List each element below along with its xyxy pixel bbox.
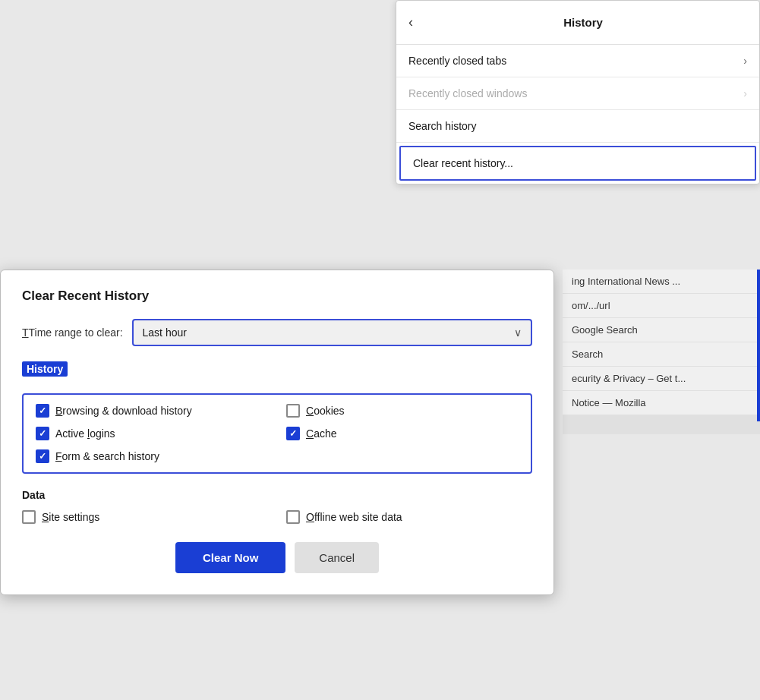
recently-closed-tabs-item[interactable]: Recently closed tabs ›	[396, 45, 759, 77]
history-entry-4: Search	[563, 342, 760, 367]
cookies-checkbox-item: Cookies	[286, 404, 519, 418]
browsing-history-checkbox-item: ✓ Browsing & download history	[36, 404, 268, 418]
clear-history-dialog: Clear Recent History TTime range to clea…	[0, 270, 554, 595]
browsing-history-label: Browsing & download history	[55, 405, 192, 417]
offline-web-checkbox-item: Offline web site data	[286, 510, 532, 524]
form-search-checkbox[interactable]: ✓	[36, 449, 49, 463]
history-panel-title: History	[419, 16, 747, 29]
active-logins-checkbox-item: ✓ Active logins	[36, 427, 268, 440]
checkbox-row-3: ✓ Form & search history	[36, 449, 519, 463]
clear-recent-history-item[interactable]: Clear recent history...	[399, 146, 756, 181]
data-checkboxes-row: Site settings Offline web site data	[22, 510, 532, 524]
history-entry-6: Notice — Mozilla	[563, 391, 760, 415]
cache-checkbox-item: ✓ Cache	[286, 427, 519, 440]
chevron-right-icon-disabled: ›	[743, 87, 747, 99]
search-history-item[interactable]: Search history	[396, 110, 759, 143]
browser-history-list: ing International News ... om/.../url Go…	[563, 270, 760, 434]
history-section-header: History	[22, 361, 68, 377]
dialog-buttons: Clear Now Cancel	[22, 542, 532, 573]
clear-recent-history-label: Clear recent history...	[413, 157, 513, 169]
history-panel: ‹ History Recently closed tabs › Recentl…	[396, 0, 760, 184]
recently-closed-windows-item: Recently closed windows ›	[396, 77, 759, 110]
browsing-history-checkbox[interactable]: ✓	[36, 404, 49, 418]
history-back-button[interactable]: ‹	[408, 11, 419, 33]
history-checkboxes-group: ✓ Browsing & download history Cookies ✓	[22, 393, 532, 474]
cookies-label: Cookies	[306, 405, 345, 417]
chevron-right-icon: ›	[743, 55, 747, 67]
history-entry-last	[563, 415, 760, 434]
dialog-title: Clear Recent History	[22, 289, 532, 304]
scrollbar-indicator	[757, 270, 760, 421]
checkbox-row-2: ✓ Active logins ✓ Cache	[36, 427, 519, 440]
check-icon-active: ✓	[39, 429, 46, 438]
history-entry-5: ecurity & Privacy – Get t...	[563, 367, 760, 391]
time-range-value: Last hour	[143, 326, 187, 339]
check-icon-form: ✓	[39, 452, 46, 461]
offline-web-label: Offline web site data	[306, 511, 402, 523]
recently-closed-windows-label: Recently closed windows	[408, 87, 743, 99]
site-settings-checkbox-item: Site settings	[22, 510, 268, 524]
time-range-select[interactable]: Last hour ∨	[132, 319, 532, 346]
checkbox-row-1: ✓ Browsing & download history Cookies	[36, 404, 519, 418]
history-header: ‹ History	[396, 1, 759, 45]
form-search-label: Form & search history	[55, 450, 159, 462]
time-range-label: TTime range to clear:	[22, 326, 123, 339]
cookies-checkbox[interactable]	[286, 404, 300, 418]
active-logins-label: Active logins	[55, 427, 115, 440]
time-range-row: TTime range to clear: Last hour ∨	[22, 319, 532, 346]
site-settings-checkbox[interactable]	[22, 510, 36, 524]
history-entry-1: ing International News ...	[563, 270, 760, 294]
form-search-checkbox-item: ✓ Form & search history	[36, 449, 519, 463]
cache-label: Cache	[306, 427, 336, 440]
data-section-header: Data	[22, 489, 532, 501]
cache-checkbox[interactable]: ✓	[286, 427, 300, 440]
check-icon: ✓	[39, 406, 46, 415]
search-history-label: Search history	[408, 120, 476, 132]
recently-closed-tabs-label: Recently closed tabs	[408, 55, 743, 67]
chevron-down-icon: ∨	[514, 326, 522, 339]
clear-now-button[interactable]: Clear Now	[175, 542, 285, 573]
check-icon-cache: ✓	[289, 429, 297, 438]
active-logins-checkbox[interactable]: ✓	[36, 427, 49, 440]
offline-web-checkbox[interactable]	[286, 510, 300, 524]
cancel-button[interactable]: Cancel	[295, 542, 379, 573]
history-entry-3: Google Search	[563, 318, 760, 342]
site-settings-label: Site settings	[42, 511, 99, 523]
history-entry-2: om/.../url	[563, 294, 760, 318]
